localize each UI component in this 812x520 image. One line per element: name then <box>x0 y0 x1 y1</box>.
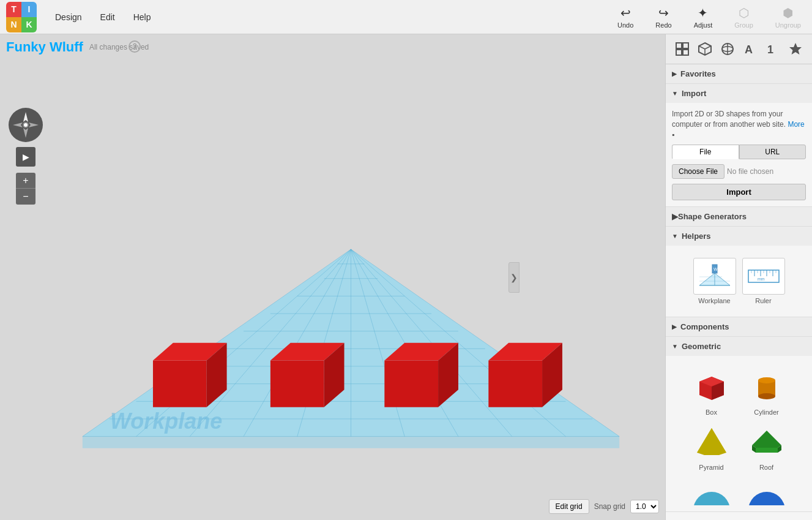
viewport[interactable]: Funky Wluff All changes saved ? ▶ <box>0 34 665 520</box>
import-header[interactable]: ▼ Import <box>666 84 812 103</box>
workplane-thumb: W <box>693 258 736 295</box>
svg-point-6 <box>24 123 28 127</box>
zoom-in-button[interactable]: + <box>16 173 35 189</box>
main-nav: Design Edit Help <box>47 9 160 26</box>
svg-marker-83 <box>697 428 726 455</box>
shape-sphere2-partial[interactable] <box>742 481 791 505</box>
box-thumb <box>689 367 734 406</box>
header: T I N K Design Edit Help ↩ Undo ↪ Redo ✦… <box>0 0 812 34</box>
shape-cylinder[interactable]: Cylinder <box>742 367 791 416</box>
helpers-content: W Workplane <box>666 246 812 317</box>
forward-icon: ▶ <box>23 152 29 162</box>
svg-marker-38 <box>384 360 438 407</box>
workplane-thumb-svg: W <box>696 261 733 292</box>
adjust-button[interactable]: ✦ Adjust <box>689 3 718 31</box>
redo-button[interactable]: ↪ Redo <box>650 3 676 31</box>
components-label: Components <box>680 322 729 331</box>
svg-rect-45 <box>683 43 688 48</box>
panel-collapse-button[interactable]: ❯ <box>508 262 520 293</box>
cube-4[interactable] <box>488 343 562 407</box>
shape-generators-header[interactable]: ▶ Shape Generators <box>666 207 812 226</box>
undo-button[interactable]: ↩ Undo <box>613 3 638 31</box>
shape-box[interactable]: Box <box>687 367 736 416</box>
import-file-tab[interactable]: File <box>672 145 739 159</box>
right-panel: A 1 ▶ Favorites <box>665 34 812 520</box>
sphere-partial-svg <box>692 481 731 505</box>
logo-t: T <box>6 2 21 17</box>
components-header[interactable]: ▶ Components <box>666 317 812 336</box>
adjust-icon: ✦ <box>698 6 708 20</box>
cube-1[interactable] <box>153 343 227 407</box>
bottom-controls: Edit grid Snap grid 0.1 0.5 1.0 2.0 5.0 <box>549 499 659 514</box>
zoom-out-button[interactable]: − <box>16 189 35 205</box>
sphere-partial-thumb <box>689 481 734 505</box>
svg-rect-44 <box>676 43 682 48</box>
wireframe-icon <box>720 42 735 56</box>
help-icon[interactable]: ? <box>129 40 141 53</box>
svg-marker-32 <box>153 360 207 407</box>
import-url-tab[interactable]: URL <box>739 145 806 159</box>
import-label: Import <box>682 89 706 98</box>
import-arrow: ▼ <box>672 90 678 97</box>
helpers-header[interactable]: ▼ Helpers <box>666 227 812 246</box>
panel-wireframe-tool[interactable] <box>718 39 737 59</box>
shape-gen-arrow: ▶ <box>672 212 678 221</box>
snap-grid-label: Snap grid <box>594 502 625 511</box>
favorites-label: Favorites <box>680 69 716 78</box>
ungroup-button[interactable]: ⬢ Ungroup <box>770 3 806 31</box>
svg-rect-46 <box>676 50 682 55</box>
toolbar: ↩ Undo ↪ Redo ✦ Adjust ⬡ Group ⬢ Ungroup <box>613 3 806 31</box>
import-more-link[interactable]: More <box>788 120 804 129</box>
main-area: Funky Wluff All changes saved ? ▶ <box>0 34 812 520</box>
workplane-helper[interactable]: W Workplane <box>693 258 736 304</box>
sphere2-partial-thumb <box>744 481 789 505</box>
sphere2-partial-svg <box>747 481 786 505</box>
shape-sphere-partial[interactable] <box>687 481 736 505</box>
svg-marker-41 <box>488 360 542 407</box>
shape-generators-label: Shape Generators <box>678 212 747 221</box>
shape-roof[interactable]: Roof <box>742 422 791 471</box>
workplane-label: Workplane <box>110 409 222 434</box>
text-icon: A <box>743 42 758 56</box>
view-forward-button[interactable]: ▶ <box>16 147 35 167</box>
zoom-controls: + − <box>16 173 35 205</box>
group-icon: ⬡ <box>739 6 749 20</box>
ruler-helper-label: Ruler <box>755 297 771 304</box>
panel-number-tool[interactable]: 1 <box>763 39 783 59</box>
choose-file-button[interactable]: Choose File <box>672 164 724 179</box>
cube-2[interactable] <box>270 343 345 407</box>
panel-grid-tool[interactable] <box>672 39 692 59</box>
panel-text-tool[interactable]: A <box>740 39 760 59</box>
grid-icon <box>675 42 690 56</box>
import-button[interactable]: Import <box>672 184 806 200</box>
nav-help[interactable]: Help <box>125 9 160 26</box>
project-bar: Funky Wluff All changes saved <box>6 39 149 55</box>
choose-file-row: Choose File No file chosen <box>672 164 806 179</box>
favorites-header[interactable]: ▶ Favorites <box>666 64 812 83</box>
panel-cube-tool[interactable] <box>695 39 715 59</box>
workplane-area: Workplane <box>49 132 653 483</box>
nav-design[interactable]: Design <box>47 9 91 26</box>
cylinder-label: Cylinder <box>754 409 778 416</box>
shape-pyramid[interactable]: Pyramid <box>687 422 736 471</box>
roof-thumb <box>744 422 789 461</box>
edit-grid-button[interactable]: Edit grid <box>549 499 589 514</box>
geometric-label: Geometric <box>682 342 721 351</box>
svg-text:1: 1 <box>767 43 773 56</box>
pyramid-label: Pyramid <box>699 464 723 471</box>
tinkercad-logo[interactable]: T I N K <box>6 2 37 32</box>
nav-edit[interactable]: Edit <box>92 9 124 26</box>
box-label: Box <box>706 409 717 416</box>
cube-3[interactable] <box>384 343 458 407</box>
compass-control[interactable] <box>9 108 43 142</box>
box-svg <box>692 369 731 404</box>
svg-marker-57 <box>789 43 802 55</box>
roof-svg <box>747 424 786 459</box>
no-file-label: No file chosen <box>727 167 773 176</box>
ruler-thumb: mm <box>742 258 785 295</box>
geometric-header[interactable]: ▼ Geometric <box>666 337 812 356</box>
panel-star-tool[interactable] <box>786 39 805 59</box>
group-button[interactable]: ⬡ Group <box>729 3 758 31</box>
snap-grid-select[interactable]: 0.1 0.5 1.0 2.0 5.0 <box>630 500 659 513</box>
ruler-helper[interactable]: mm Ruler <box>742 258 785 304</box>
